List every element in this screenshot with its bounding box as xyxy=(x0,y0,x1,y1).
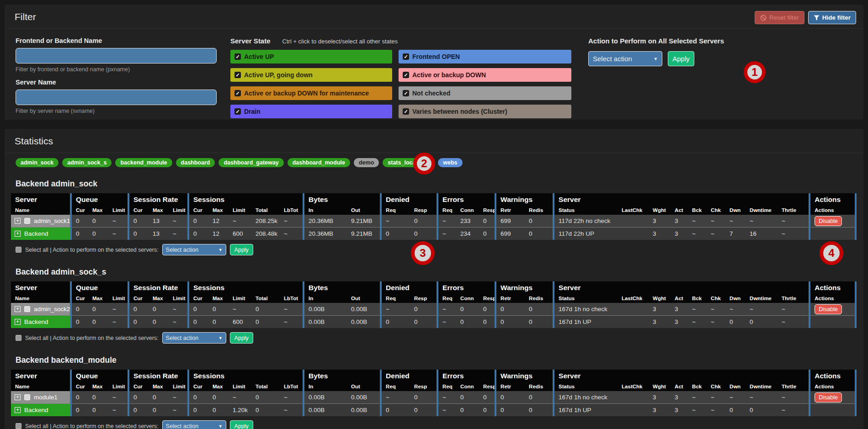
select-all-label: Select all | Action to perform on the se… xyxy=(25,335,159,341)
table-footer: Select all | Action to perform on the se… xyxy=(16,420,857,429)
name-cell: admin_sock1 xyxy=(11,215,71,228)
stat-cell: 117d 22h UP xyxy=(554,228,618,240)
column-header: Dwn xyxy=(725,382,746,391)
select-all-checkbox[interactable] xyxy=(16,247,21,253)
column-header: LbTot xyxy=(280,382,304,391)
column-group-header: Actions xyxy=(809,370,856,382)
stat-cell: 0 xyxy=(525,391,554,404)
column-header: Act xyxy=(671,206,688,215)
apply-button[interactable]: Apply xyxy=(230,332,253,344)
stat-cell: 3 xyxy=(671,303,688,316)
stat-cell: 0.00B xyxy=(304,391,347,404)
select-all-checkbox[interactable] xyxy=(16,423,21,429)
column-header: Status xyxy=(554,382,618,391)
backend-badge[interactable]: dashboard_module xyxy=(288,158,350,167)
stat-cell: 0 xyxy=(71,215,88,228)
column-group-header: Sessions xyxy=(188,193,304,206)
server-state-toggle-3[interactable]: ✓Active or backup DOWN xyxy=(399,68,571,82)
column-header: Resp xyxy=(410,206,437,215)
stat-cell: ~ xyxy=(229,215,251,228)
stat-cell: ~ xyxy=(108,404,128,417)
stat-cell: 0 xyxy=(525,404,554,417)
checkbox-checked-icon: ✓ xyxy=(234,108,241,115)
stat-cell xyxy=(618,215,649,228)
backend-badge[interactable]: webs xyxy=(438,158,462,167)
column-header: Cur xyxy=(188,294,208,303)
stat-cell: ~ xyxy=(707,215,725,228)
server-state-toggle-7[interactable]: ✓Varies between nodes (Cluster) xyxy=(399,105,571,118)
stat-cell: 0 xyxy=(746,404,777,417)
disable-button[interactable]: Disable xyxy=(815,392,842,403)
stat-cell: 3 xyxy=(649,303,671,316)
expand-icon[interactable] xyxy=(15,231,21,237)
expand-icon[interactable] xyxy=(15,306,21,312)
stat-cell: 0 xyxy=(251,391,280,404)
pxname-input[interactable] xyxy=(16,48,217,64)
backend-badge[interactable]: demo xyxy=(354,158,379,167)
server-name: Backend xyxy=(24,318,48,325)
svname-input[interactable] xyxy=(16,90,217,105)
stat-cell: ~ xyxy=(229,391,251,404)
expand-icon[interactable] xyxy=(15,394,21,400)
server-state-toggle-2[interactable]: ✓Active UP, going down xyxy=(230,68,392,82)
server-state-toggle-6[interactable]: ✓Drain xyxy=(230,105,392,118)
row-checkbox[interactable] xyxy=(24,394,30,400)
row-action-select[interactable]: Select action ▼ xyxy=(162,420,226,429)
hide-filter-button[interactable]: Hide filter xyxy=(808,11,856,24)
server-state-toggle-4[interactable]: ✓Active or backup DOWN for maintenance xyxy=(230,86,392,100)
column-group-header: Bytes xyxy=(304,281,381,294)
column-header: Name xyxy=(11,206,71,215)
stat-cell: ~ xyxy=(688,316,707,328)
expand-icon[interactable] xyxy=(15,407,21,413)
reset-filter-button[interactable]: Reset filter xyxy=(755,11,804,24)
stat-cell: 0.00B xyxy=(304,316,347,328)
stat-cell: ~ xyxy=(169,228,188,240)
backend-badge[interactable]: backend_module xyxy=(115,158,172,167)
row-checkbox[interactable] xyxy=(24,306,30,312)
row-action-select[interactable]: Select action ▼ xyxy=(162,332,226,344)
column-header: Redis xyxy=(525,382,554,391)
stat-cell: 0 xyxy=(456,303,479,316)
column-header: Name xyxy=(11,294,71,303)
column-header: Thrtle xyxy=(777,382,809,391)
column-header: In xyxy=(304,294,347,303)
server-state-toggle-0[interactable]: ✓Active UP xyxy=(230,50,392,64)
stat-cell: 0 xyxy=(495,316,525,328)
bulk-action-select[interactable]: Select action ▼ xyxy=(588,51,662,66)
apply-button[interactable]: Apply xyxy=(230,420,253,429)
backend-badge[interactable]: admin_sock_s xyxy=(62,158,112,167)
column-header: Actions xyxy=(809,294,856,303)
stat-cell: ~ xyxy=(725,303,746,316)
expand-icon[interactable] xyxy=(15,218,21,224)
select-all-checkbox[interactable] xyxy=(16,335,21,341)
stat-cell: 0 xyxy=(188,215,208,228)
checkbox-checked-icon: ✓ xyxy=(234,53,241,60)
column-group-header: Errors xyxy=(437,193,495,206)
apply-button[interactable]: Apply xyxy=(230,244,253,255)
server-state-toggle-1[interactable]: ✓Frontend OPEN xyxy=(399,50,571,64)
stat-cell: 13 xyxy=(149,228,169,240)
bulk-apply-button[interactable]: Apply xyxy=(668,51,694,66)
column-header: Limit xyxy=(108,382,128,391)
stat-cell: ~ xyxy=(280,215,304,228)
pxname-label: Frontend or Backend Name xyxy=(16,37,217,44)
chevron-down-icon: ▼ xyxy=(218,248,223,252)
stat-cell: 0 xyxy=(525,215,554,228)
column-header: Cur xyxy=(128,294,149,303)
disable-button[interactable]: Disable xyxy=(815,304,842,314)
row-checkbox[interactable] xyxy=(24,218,30,224)
row-action-select[interactable]: Select action ▼ xyxy=(162,244,226,255)
backend-badge[interactable]: admin_sock xyxy=(16,158,59,167)
server-state-toggle-5[interactable]: ✓Not checked xyxy=(399,86,571,100)
column-header: Limit xyxy=(169,382,188,391)
backend-badge[interactable]: dashboard_gateway xyxy=(218,158,283,167)
annotation-circle-3: 3 xyxy=(411,241,435,265)
column-header: Wght xyxy=(649,294,671,303)
expand-icon[interactable] xyxy=(15,319,21,325)
stat-cell: 0 xyxy=(208,303,229,316)
column-header: Out xyxy=(347,382,381,391)
backend-badge[interactable]: dashboard xyxy=(176,158,215,167)
disable-button[interactable]: Disable xyxy=(815,216,842,226)
stat-cell: 0 xyxy=(456,316,479,328)
stat-cell: 0 xyxy=(251,404,280,417)
